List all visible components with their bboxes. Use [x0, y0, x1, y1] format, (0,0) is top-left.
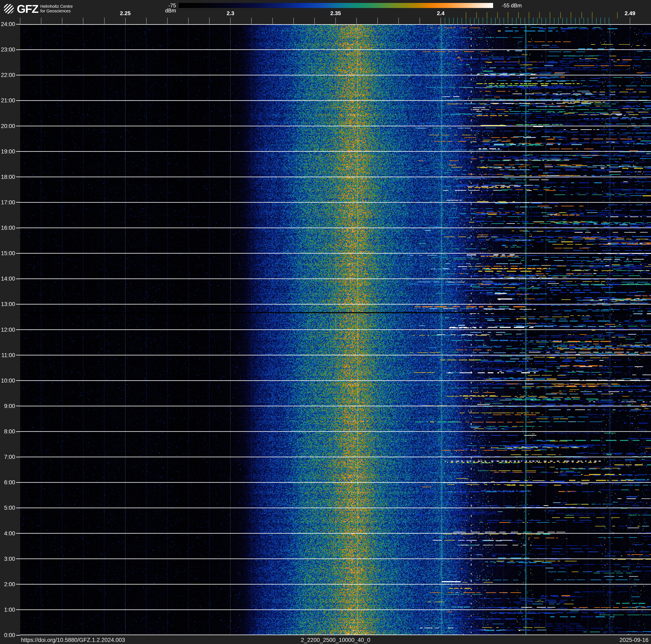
freq-minor-tick: [356, 18, 357, 24]
freq-minor-tick: [209, 18, 210, 24]
logo-subtitle-line2: for Geosciences: [40, 9, 73, 13]
ble-channel-tick: [520, 18, 521, 24]
ble-channel-tick: [508, 18, 508, 24]
ble-channel-tick: [533, 18, 533, 24]
time-tick-dash: [16, 584, 20, 585]
ble-channel-tick: [487, 18, 487, 24]
time-tick-dash: [16, 100, 20, 101]
logo-subtitle: Helmholtz Centre for Geosciences: [40, 4, 73, 13]
wifi-channel-tick: [617, 12, 618, 19]
time-tick-dash: [16, 279, 20, 279]
dataset-filename: 2_2200_2500_10000_40_0: [20, 637, 651, 643]
time-tick-dash: [16, 635, 20, 636]
time-tick-dash: [16, 533, 20, 534]
freq-minor-tick: [62, 18, 62, 24]
freq-minor-tick: [83, 18, 83, 24]
time-tick-dash: [16, 304, 20, 304]
time-tick-dash: [16, 457, 20, 457]
ble-channel-tick: [600, 18, 601, 24]
ble-channel-tick: [529, 18, 529, 24]
freq-minor-tick: [125, 18, 126, 24]
freq-minor-tick: [441, 18, 441, 24]
ble-channel-tick: [596, 18, 597, 24]
time-tick-label: 16:00: [0, 225, 15, 231]
ble-channel-tick: [453, 18, 454, 24]
gfz-logo: GFZ Helmholtz Centre for Geosciences: [4, 2, 73, 15]
time-tick-dash: [16, 177, 20, 177]
time-tick-dash: [16, 202, 20, 203]
logo-brand: GFZ: [17, 2, 38, 16]
wifi-channel-tick: [508, 12, 508, 19]
wifi-channel-tick: [518, 12, 519, 19]
ble-channel-tick: [588, 18, 588, 24]
time-tick-label: 13:00: [0, 301, 15, 307]
ble-channel-tick: [604, 18, 605, 24]
time-tick-label: 20:00: [0, 123, 15, 129]
freq-minor-tick: [230, 18, 230, 24]
ble-channel-tick: [554, 18, 554, 24]
time-tick-dash: [16, 75, 20, 76]
time-tick-label: 14:00: [0, 275, 15, 282]
wifi-channel-tick: [466, 12, 466, 19]
time-tick-dash: [16, 431, 20, 432]
ble-channel-tick: [592, 18, 592, 24]
ble-channel-tick: [474, 18, 474, 24]
freq-minor-tick: [104, 18, 104, 24]
ble-channel-tick: [541, 18, 542, 24]
time-tick-label: 15:00: [0, 250, 15, 257]
freq-minor-tick: [420, 18, 420, 24]
spectrogram-canvas: [20, 24, 651, 635]
wifi-channel-tick: [487, 12, 487, 19]
logo-subtitle-line1: Helmholtz Centre: [40, 4, 73, 9]
time-tick-label: 17:00: [0, 199, 15, 206]
wifi-channel-tick: [582, 12, 582, 19]
time-tick-dash: [16, 380, 20, 381]
time-tick-label: 18:00: [0, 174, 15, 180]
time-tick-label: 9:00: [0, 403, 15, 409]
freq-tick-label: 2.49: [625, 10, 636, 17]
ble-channel-tick: [470, 18, 470, 24]
ble-channel-tick: [503, 18, 504, 24]
time-tick-label: 19:00: [0, 148, 15, 155]
time-tick-label: 2:00: [0, 581, 15, 587]
time-tick-label: 0:00: [0, 632, 15, 638]
footer-bar: https://doi.org/10.5880/GFZ.1.2.2024.003…: [0, 635, 651, 644]
time-tick-dash: [16, 228, 20, 228]
ble-channel-tick: [579, 18, 580, 24]
freq-tick-label: 2.4: [437, 10, 444, 17]
ble-channel-tick: [571, 18, 571, 24]
time-tick-label: 24:00: [0, 21, 15, 27]
time-tick-dash: [16, 482, 20, 483]
ble-channel-tick: [550, 18, 550, 24]
freq-minor-tick: [251, 18, 252, 24]
freq-minor-tick: [41, 18, 41, 24]
ble-channel-tick: [525, 18, 525, 24]
time-tick-label: 8:00: [0, 428, 15, 435]
ble-channel-tick: [516, 18, 517, 24]
freq-minor-tick: [377, 18, 378, 24]
freq-minor-tick: [314, 18, 315, 24]
ble-channel-tick: [466, 18, 466, 24]
time-tick-dash: [16, 558, 20, 559]
time-tick-dash: [16, 151, 20, 152]
time-tick-label: 1:00: [0, 607, 15, 613]
ble-channel-tick: [575, 18, 576, 24]
freq-tick-label: 2.25: [120, 10, 131, 17]
time-tick-dash: [16, 126, 20, 126]
ble-channel-tick: [457, 18, 458, 24]
time-tick-label: 7:00: [0, 454, 15, 460]
time-tick-dash: [16, 355, 20, 355]
freq-minor-tick: [146, 18, 147, 24]
freq-minor-tick: [335, 18, 336, 24]
date-label: 2025-09-16: [620, 637, 649, 643]
freq-minor-tick: [20, 18, 20, 24]
time-tick-dash: [16, 253, 20, 254]
ble-channel-tick: [609, 18, 609, 24]
time-tick-label: 3:00: [0, 556, 15, 562]
ble-channel-tick: [512, 18, 513, 24]
ble-channel-tick: [445, 18, 445, 24]
freq-minor-tick: [293, 18, 294, 24]
time-tick-label: 22:00: [0, 72, 15, 78]
wifi-channel-tick: [497, 12, 498, 19]
time-tick-label: 23:00: [0, 47, 15, 53]
